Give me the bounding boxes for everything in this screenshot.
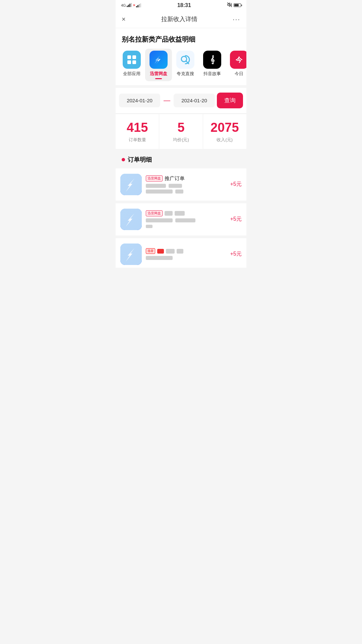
order-type-1: 推广订单	[165, 175, 185, 182]
order-meta-3	[146, 256, 226, 260]
stat-revenue: 2075 收入(元)	[203, 114, 246, 149]
order-top-2: 迅雷网盘	[146, 210, 226, 216]
order-card-3: 迅雷 +5元	[116, 238, 246, 268]
kuake-icon	[176, 51, 194, 69]
tab-jinri-label: 今日	[235, 71, 243, 77]
x-icon: ✕	[133, 3, 135, 7]
blur-block	[175, 218, 195, 222]
status-right	[227, 2, 241, 8]
order-section-header: 订单明细	[116, 149, 246, 168]
svg-rect-6	[139, 4, 140, 7]
stat-order-count: 415 订单数量	[116, 114, 159, 149]
blur-block	[177, 249, 183, 254]
blur-block	[146, 225, 153, 228]
stat-order-count-value: 415	[127, 121, 148, 135]
status-time: 18:31	[141, 2, 227, 8]
date-separator: —	[162, 97, 172, 104]
status-bar: 4G ✕ 18:31	[116, 0, 246, 10]
svg-rect-2	[129, 4, 130, 7]
signal-icon	[127, 3, 132, 8]
tab-douyin-label: 抖音故事	[203, 71, 221, 77]
order-top-3: 迅雷	[146, 248, 226, 254]
tab-jinri[interactable]: 今 今日	[226, 49, 246, 81]
blur-block	[165, 211, 173, 216]
order-card-1: 迅雷网盘 推广订单 +5元	[116, 168, 246, 201]
header: × 拉新收入详情 ···	[116, 10, 246, 28]
date-filter: 2024-01-20 — 2024-01-20 查询	[116, 88, 246, 113]
app-tabs: 全部应用 迅雷网盘 夸克直搜 𝄞 抖音故事	[116, 49, 246, 85]
signal-text: 4G	[121, 3, 126, 7]
order-content-3: 迅雷	[146, 248, 226, 260]
more-button[interactable]: ···	[233, 15, 240, 23]
end-date-picker[interactable]: 2024-01-20	[174, 94, 215, 107]
svg-rect-4	[136, 6, 137, 7]
blur-block	[175, 190, 183, 194]
query-button[interactable]: 查询	[217, 93, 243, 108]
tab-xunlei-label: 迅雷网盘	[150, 71, 167, 77]
order-content-1: 迅雷网盘 推广订单	[146, 175, 226, 194]
tab-kuake[interactable]: 夸克直搜	[172, 49, 199, 81]
stat-avg-price: 5 均价(元)	[159, 114, 203, 149]
start-date-picker[interactable]: 2024-01-20	[119, 94, 160, 107]
stats-row: 415 订单数量 5 均价(元) 2075 收入(元)	[116, 114, 246, 149]
svg-rect-7	[140, 3, 141, 7]
svg-rect-11	[127, 60, 131, 64]
svg-rect-9	[127, 55, 131, 59]
blur-block	[175, 211, 185, 216]
stat-revenue-label: 收入(元)	[217, 137, 233, 143]
svg-rect-0	[127, 6, 128, 7]
douyin-icon: 𝄞	[203, 51, 221, 69]
all-apps-icon	[123, 51, 141, 69]
blur-block	[146, 184, 166, 188]
section-title: 别名拉新类产品收益明细	[116, 28, 246, 49]
order-meta-1	[146, 184, 226, 194]
tab-douyin[interactable]: 𝄞 抖音故事	[199, 49, 226, 81]
blur-block	[157, 249, 164, 254]
signal-area: 4G ✕	[121, 3, 141, 8]
blur-block	[146, 256, 173, 260]
blur-block	[169, 184, 182, 188]
svg-rect-3	[131, 3, 132, 7]
battery-icon	[234, 3, 241, 7]
svg-rect-10	[132, 55, 136, 59]
order-app-icon-3	[120, 244, 142, 265]
svg-rect-5	[137, 5, 138, 7]
tab-all-label: 全部应用	[123, 71, 140, 77]
stat-revenue-value: 2075	[210, 121, 239, 135]
order-section-title: 订单明细	[128, 156, 152, 164]
stat-avg-price-label: 均价(元)	[173, 137, 189, 143]
order-amount-3: +5元	[230, 251, 242, 258]
tab-kuake-label: 夸克直搜	[177, 71, 194, 77]
order-content-2: 迅雷网盘	[146, 210, 226, 228]
order-top-1: 迅雷网盘 推广订单	[146, 175, 226, 182]
signal2-icon	[136, 3, 141, 7]
order-app-icon-2	[120, 209, 142, 230]
close-button[interactable]: ×	[122, 15, 126, 23]
active-indicator	[155, 78, 162, 79]
order-meta-2	[146, 218, 226, 228]
xunlei-icon	[149, 51, 168, 69]
page-title: 拉新收入详情	[161, 15, 197, 23]
tab-xunlei[interactable]: 迅雷网盘	[145, 49, 172, 81]
order-amount-2: +5元	[230, 216, 242, 223]
stat-order-count-label: 订单数量	[129, 137, 146, 143]
svg-rect-12	[132, 60, 136, 64]
jinri-icon: 今	[230, 51, 246, 69]
order-tag-2: 迅雷网盘	[146, 210, 163, 216]
order-amount-1: +5元	[230, 181, 242, 188]
mute-icon	[227, 2, 232, 8]
order-tag-3: 迅雷	[146, 248, 155, 254]
svg-rect-1	[128, 5, 129, 7]
blur-block	[166, 249, 175, 254]
order-card-2: 迅雷网盘 +5元	[116, 203, 246, 235]
blur-block	[146, 190, 173, 194]
stat-avg-price-value: 5	[177, 121, 184, 135]
order-tag-1: 迅雷网盘	[146, 175, 163, 181]
blur-block	[146, 218, 173, 222]
order-app-icon-1	[120, 174, 142, 195]
tab-all[interactable]: 全部应用	[118, 49, 145, 81]
order-dot-icon	[122, 158, 125, 161]
